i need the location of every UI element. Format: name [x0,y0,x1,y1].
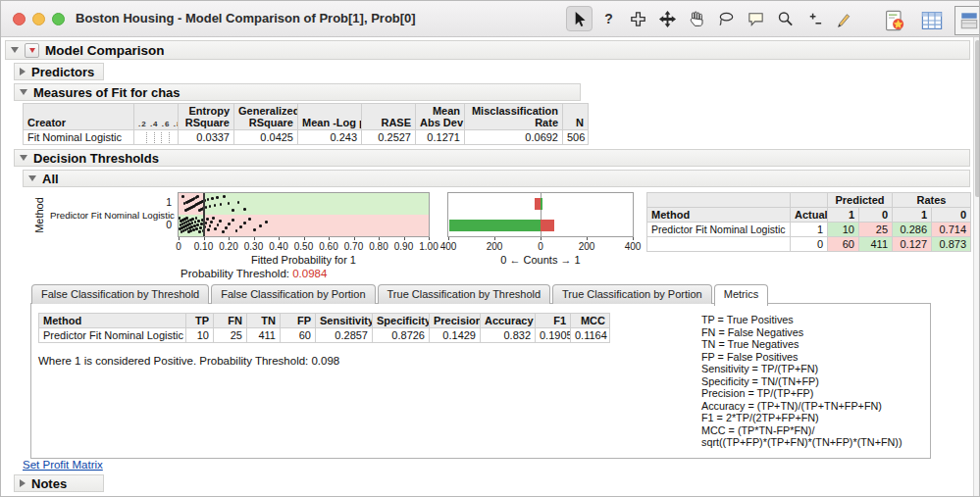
expand-triangle-icon[interactable] [20,68,26,75]
grabber-tool-icon[interactable] [684,6,710,31]
metrics-value-sensitivity: 0.2857 [316,328,373,343]
confusion-row-actual-0: 0 60 411 0.127 0.873 [647,237,971,252]
data-point [232,219,234,222]
magnifier-tool-icon[interactable] [772,6,799,31]
fp-count-cell: 60 [828,237,859,252]
generalized-rsquare-value: 0.0425 [234,130,298,145]
new-script-icon[interactable] [880,6,909,35]
help-tool-icon[interactable]: ? [595,6,622,31]
lasso-tool-icon[interactable] [713,6,740,31]
move-tool-icon[interactable] [654,6,681,31]
section-title: Model Comparison [45,43,165,58]
section-title: Decision Thresholds [33,151,159,166]
data-point [248,218,251,221]
section-decision-thresholds[interactable]: Decision Thresholds [14,149,970,167]
counts-plot[interactable] [447,192,634,237]
metrics-value-specificity: 0.8726 [373,328,430,343]
col-predicted-1: 1 [828,208,859,223]
col-actual: Actual [791,208,828,223]
window-list-icon[interactable] [954,6,980,35]
expand-triangle-icon[interactable] [20,479,26,487]
section-model-comparison[interactable]: Model Comparison [5,40,970,60]
metrics-value-accuracy: 0.832 [481,328,536,343]
section-notes[interactable]: Notes [14,474,104,492]
col-misclassification-rate: MisclassificationRate [465,104,563,130]
prob-plot[interactable] [178,192,430,237]
x-tick-label: 200 [487,241,503,252]
col-generalized-rsquare: GeneralizedRSquare [234,104,298,130]
metrics-legend: TP = True PositivesFN = False NegativesT… [701,314,903,449]
x-tick-label: 200 [579,241,595,252]
confusion-row-actual-1: Predictor Fit Nominal Logistic 1 10 25 0… [647,223,971,237]
x-tick-label: 400 [440,241,457,252]
tab-metrics[interactable]: Metrics [714,284,768,306]
metrics-value-fn: 25 [214,328,247,343]
metrics-value-fp: 60 [281,328,316,343]
metrics-col-f1: F1 [536,314,571,328]
data-point [253,228,256,231]
metrics-note: Where 1 is considered Positive. Probabil… [38,355,339,367]
tab-false-classification-by-portion[interactable]: False Classification by Portion [211,284,375,304]
set-profit-matrix-link[interactable]: Set Profit Matrix [23,459,103,471]
section-all[interactable]: All [23,170,970,187]
section-measures-of-fit[interactable]: Measures of Fit for chas [14,83,581,101]
metrics-col-method: Method [39,314,186,328]
data-point [228,202,231,205]
jmp-window: Boston Housing - Model Comparison of Pro… [0,0,980,497]
red-triangle-menu-icon[interactable] [25,43,39,58]
metrics-table: MethodTPFNTNFPSensitivitySpecificityPrec… [38,313,610,343]
annotate-tool-icon[interactable] [743,6,769,31]
x-tick-label: 400 [625,241,642,252]
data-table-icon[interactable] [917,6,947,35]
zoom-tool-icon[interactable] [801,6,828,31]
minimize-button[interactable] [32,13,45,25]
x-tick-mark [494,237,495,240]
legend-line: FP = False Positives [701,351,903,364]
data-point [217,224,220,226]
metrics-col-specificity: Specificity [373,314,430,328]
scrollbar-thumb[interactable] [975,40,980,197]
x-tick-mark [429,237,430,240]
x-tick-mark [304,237,305,240]
data-point [214,204,217,207]
threshold-value[interactable]: 0.0984 [292,268,327,279]
vertical-scrollbar[interactable] [973,37,980,497]
section-predictors[interactable]: Predictors [14,63,104,80]
legend-line: Specificity = TN/(TN+FP) [701,375,903,388]
tn-count-cell: 411 [859,237,893,252]
collapse-triangle-icon[interactable] [11,47,19,53]
collapse-triangle-icon[interactable] [20,89,27,95]
tab-true-classification-by-portion[interactable]: True Classification by Portion [552,284,712,304]
x-tick-label: 0.80 [369,241,387,252]
x-tick-mark [379,237,380,240]
counts-tickmarks [448,237,633,240]
actual-cell: 1 [791,223,828,237]
classification-region [203,193,429,215]
metrics-col-accuracy: Accuracy [481,314,536,328]
fp-rate-cell: 0.127 [893,237,932,252]
metrics-col-tp: TP [186,314,214,328]
cursor-tool-icon[interactable] [566,6,593,31]
col-rate-0: 0 [932,208,971,223]
data-point [205,206,208,209]
selection-tool-icon[interactable] [625,6,651,31]
n-value: 506 [563,130,589,145]
tool-palette: ? [566,6,857,31]
metrics-data-table: MethodTPFNTNFPSensitivitySpecificityPrec… [38,313,610,343]
tab-false-classification-by-threshold[interactable]: False Classification by Threshold [31,284,209,304]
threshold-line[interactable] [203,193,205,236]
maximize-button[interactable] [52,13,65,25]
tab-strip: False Classification by ThresholdFalse C… [31,283,768,304]
tab-true-classification-by-threshold[interactable]: True Classification by Threshold [378,284,551,304]
collapse-triangle-icon[interactable] [20,155,27,161]
measures-row: Fit Nominal Logistic 0.0337 0.0425 0.243… [24,130,589,145]
x-tick-label: 0.30 [244,241,263,252]
scribble-tool-icon[interactable] [831,6,857,31]
metrics-value-method: Predictor Fit Nominal Logistic [39,328,186,343]
x-tick-mark [279,237,280,240]
close-button[interactable] [13,13,26,25]
prob-xticks: 00.100.200.300.400.500.600.700.800.901.0… [179,241,431,253]
section-title: Notes [31,476,67,491]
prob-xlabel: Fitted Probability for 1 [178,254,430,266]
x-tick-label: 0.60 [319,241,337,252]
